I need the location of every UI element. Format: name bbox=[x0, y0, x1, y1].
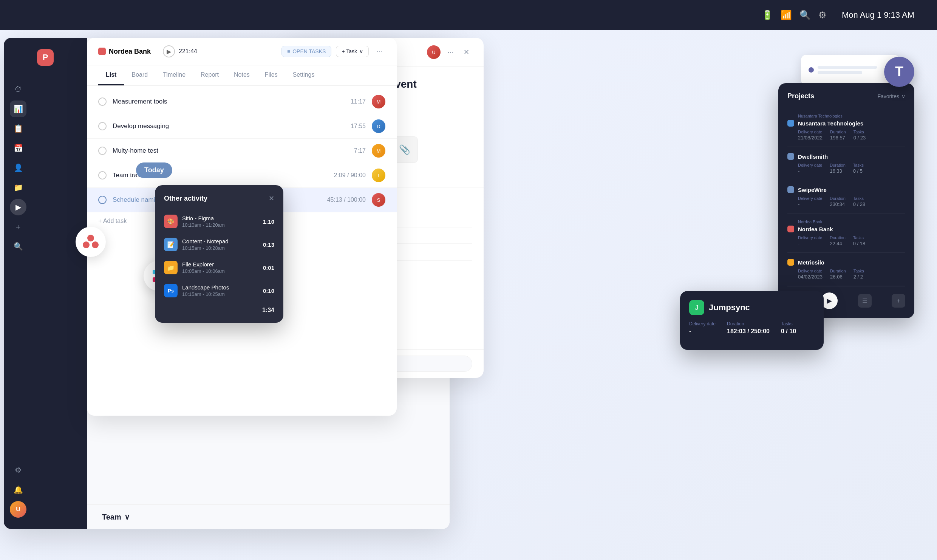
figma-icon: 🎨 bbox=[164, 215, 178, 228]
explorer-icon: 📁 bbox=[164, 261, 178, 274]
jp-header: J Jumpsync bbox=[689, 300, 815, 315]
detail-header-actions: U ··· ✕ bbox=[427, 45, 472, 59]
detail-avatar: U bbox=[427, 45, 441, 59]
rp-project-swipewire[interactable]: SwipeWire Delivery date - Duration 230:3… bbox=[787, 180, 905, 213]
timer-display: ▶ 221:44 bbox=[163, 45, 197, 57]
menubar-time: Mon Aug 1 9:13 AM bbox=[842, 10, 914, 20]
project-badge: Nordea Bank bbox=[98, 48, 151, 56]
nav-search[interactable]: 🔍 bbox=[10, 238, 26, 255]
activity-header: Other activity ✕ bbox=[164, 194, 274, 203]
tab-files[interactable]: Files bbox=[257, 65, 285, 85]
task-avatar-schedule: S bbox=[372, 193, 385, 207]
user-avatar[interactable]: U bbox=[10, 501, 26, 518]
rp-dot-dwellsmith bbox=[787, 153, 794, 160]
nav-play[interactable]: ▶ bbox=[10, 199, 26, 215]
task-check-multy[interactable] bbox=[98, 147, 107, 155]
task-row-multy[interactable]: Multy-home test 7:17 M bbox=[87, 139, 397, 163]
jp-meta: Delivery date - Duration 182:03 / 250:00… bbox=[689, 321, 815, 335]
wifi-icon: 📶 bbox=[781, 10, 792, 20]
tasks-icon: ≡ bbox=[287, 48, 290, 54]
nav-profile[interactable]: 👤 bbox=[10, 159, 26, 176]
rp-add-button[interactable]: ＋ bbox=[892, 294, 905, 308]
today-badge: Today bbox=[136, 162, 172, 178]
activity-popup: Other activity ✕ 🎨 Sitio - Figma 10:10am… bbox=[155, 185, 283, 323]
jumpsync-icon: J bbox=[689, 300, 704, 315]
rp-list-button[interactable]: ☰ bbox=[858, 294, 872, 308]
search-icon[interactable]: 🔍 bbox=[799, 10, 811, 20]
rp-project-nordea[interactable]: Nordea Bank Nordea Bank Delivery date - … bbox=[787, 213, 905, 253]
jp-name: Jumpsync bbox=[709, 303, 750, 312]
teams-mini-dot bbox=[809, 67, 814, 73]
tab-board[interactable]: Board bbox=[124, 65, 155, 85]
nav-add[interactable]: ＋ bbox=[10, 218, 26, 235]
rp-project-dwellsmith[interactable]: Dwellsmith Delivery date - Duration 16:3… bbox=[787, 147, 905, 180]
tab-notes[interactable]: Notes bbox=[226, 65, 257, 85]
task-avatar-multy: M bbox=[372, 144, 385, 158]
activity-item-notepad[interactable]: 📝 Content - Notepad 10:15am - 10:28am 0:… bbox=[164, 233, 274, 256]
rp-dot-metricsilo bbox=[787, 259, 794, 266]
nav-dashboard[interactable]: 📊 bbox=[10, 101, 26, 117]
nav-bell[interactable]: 🔔 bbox=[10, 481, 26, 498]
nav-settings[interactable]: ⚙ bbox=[10, 462, 26, 478]
task-check-messaging[interactable] bbox=[98, 122, 107, 130]
nav-calendar[interactable]: 📅 bbox=[10, 140, 26, 156]
sidebar-nav: ⏱ 📊 📋 📅 👤 📁 ▶ ＋ 🔍 bbox=[4, 81, 87, 462]
activity-total: 1:34 bbox=[164, 302, 274, 314]
task-avatar-measurement: M bbox=[372, 95, 385, 108]
teams-icon: T bbox=[884, 57, 914, 87]
task-avatar-messaging: D bbox=[372, 119, 385, 133]
activity-item-explorer[interactable]: 📁 File Explorer 10:05am - 10:06am 0:01 bbox=[164, 256, 274, 279]
project-badge-dot bbox=[98, 48, 106, 55]
task-row-measurement[interactable]: Measurement tools 11:17 M bbox=[87, 90, 397, 114]
add-task-button[interactable]: + Task ∨ bbox=[336, 46, 369, 57]
task-row-travel[interactable]: Team travel 2:09 / 90:00 T bbox=[87, 163, 397, 188]
chevron-down-icon: ∨ bbox=[359, 48, 363, 54]
tab-list[interactable]: List bbox=[98, 65, 124, 85]
control-icon: ⚙ bbox=[818, 10, 827, 20]
activity-item-photos[interactable]: Ps Landscape Photos 10:15am - 10:25am 0:… bbox=[164, 279, 274, 302]
task-row-messaging[interactable]: Develop messaging 17:55 D bbox=[87, 114, 397, 139]
task-panel-header: Nordea Bank ▶ 221:44 ≡ OPEN TASKS + Task… bbox=[87, 38, 397, 65]
svg-point-2 bbox=[92, 241, 99, 248]
activity-info-figma: Sitio - Figma 10:10am - 11:20am bbox=[182, 215, 258, 228]
activity-info-explorer: File Explorer 10:05am - 10:06am bbox=[182, 261, 258, 274]
chevron-down-icon: ∨ bbox=[124, 512, 130, 521]
rp-project-nusantara[interactable]: Nusantara Technologies Nusantara Technol… bbox=[787, 108, 905, 147]
notepad-icon: 📝 bbox=[164, 238, 178, 251]
rp-header: Projects Favorites ∨ bbox=[787, 92, 905, 100]
sidebar-bottom: ⚙ 🔔 U bbox=[4, 462, 87, 518]
task-tabs: List Board Timeline Report Notes Files S… bbox=[87, 65, 397, 86]
menubar: 🔋 📶 🔍 ⚙ Mon Aug 1 9:13 AM bbox=[0, 0, 937, 30]
jumpsync-panel: J Jumpsync Delivery date - Duration 182:… bbox=[680, 291, 824, 350]
more-button[interactable]: ··· bbox=[373, 45, 385, 57]
task-avatar-travel: T bbox=[372, 169, 385, 182]
sidebar-logo: P bbox=[4, 49, 87, 66]
task-check-measurement[interactable] bbox=[98, 97, 107, 106]
rp-project-metricsilo[interactable]: Metricsilo Delivery date 04/02/2023 Dura… bbox=[787, 253, 905, 286]
activity-close-button[interactable]: ✕ bbox=[269, 194, 274, 203]
team-label[interactable]: Team ∨ bbox=[102, 512, 434, 521]
activity-item-figma[interactable]: 🎨 Sitio - Figma 10:10am - 11:20am 1:10 bbox=[164, 210, 274, 233]
tab-report[interactable]: Report bbox=[193, 65, 226, 85]
detail-close-button[interactable]: ✕ bbox=[460, 46, 472, 58]
activity-info-photos: Landscape Photos 10:15am - 10:25am bbox=[182, 284, 258, 297]
rp-dot-swipewire bbox=[787, 186, 794, 193]
task-check-schedule[interactable] bbox=[98, 196, 107, 204]
rp-favorites[interactable]: Favorites ∨ bbox=[877, 93, 905, 99]
teams-mini-lines bbox=[818, 66, 892, 74]
open-tasks-button[interactable]: ≡ OPEN TASKS bbox=[281, 46, 331, 57]
task-check-travel[interactable] bbox=[98, 171, 107, 179]
chevron-down-icon: ∨ bbox=[901, 93, 905, 99]
battery-icon: 🔋 bbox=[762, 10, 773, 20]
nav-files[interactable]: 📁 bbox=[10, 179, 26, 196]
rp-dot-nusantara bbox=[787, 120, 794, 127]
nav-timer[interactable]: ⏱ bbox=[10, 81, 26, 97]
header-actions: ≡ OPEN TASKS + Task ∨ ··· bbox=[281, 45, 385, 57]
tab-settings[interactable]: Settings bbox=[285, 65, 322, 85]
app-logo: P bbox=[37, 49, 54, 66]
rp-dot-nordea bbox=[787, 226, 794, 232]
detail-more-button[interactable]: ··· bbox=[444, 46, 456, 58]
tab-timeline[interactable]: Timeline bbox=[155, 65, 193, 85]
nav-tasks[interactable]: 📋 bbox=[10, 120, 26, 137]
play-button[interactable]: ▶ bbox=[163, 45, 175, 57]
